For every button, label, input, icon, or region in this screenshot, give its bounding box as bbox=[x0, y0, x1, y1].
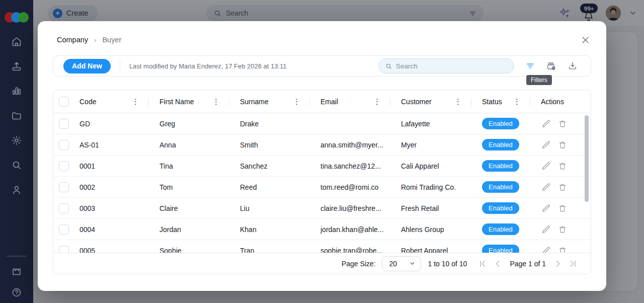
table-search[interactable] bbox=[378, 58, 514, 73]
column-label: Email bbox=[320, 98, 338, 106]
cell-surname: Drake bbox=[229, 120, 310, 128]
cell-customer: Romi Trading Co. bbox=[390, 183, 471, 191]
bar-chart-icon[interactable] bbox=[10, 85, 23, 98]
table-row: AS-01 Anna Smith anna.smith@myer... Myer… bbox=[53, 134, 591, 156]
column-header-code: Code ⋮ bbox=[74, 90, 149, 113]
column-label: Actions bbox=[541, 98, 564, 106]
delete-icon[interactable] bbox=[557, 140, 568, 150]
edit-icon[interactable] bbox=[541, 203, 551, 213]
column-label: Surname bbox=[240, 98, 269, 106]
page-size-value: 20 bbox=[389, 260, 397, 268]
user-icon[interactable] bbox=[10, 183, 23, 196]
first-page-button[interactable] bbox=[477, 259, 488, 269]
download-icon[interactable] bbox=[567, 60, 579, 72]
add-new-button[interactable]: Add New bbox=[63, 59, 111, 73]
cell-first-name: Claire bbox=[149, 204, 229, 212]
cell-status: Enabled bbox=[471, 245, 530, 253]
table-search-input[interactable] bbox=[396, 62, 508, 70]
breadcrumb-company[interactable]: Company bbox=[57, 36, 88, 44]
edit-icon[interactable] bbox=[541, 161, 551, 171]
row-checkbox[interactable] bbox=[59, 119, 69, 129]
cell-email: anna.smith@myer... bbox=[310, 141, 390, 149]
row-checkbox[interactable] bbox=[59, 203, 69, 213]
cell-email: tina.sanchez@12... bbox=[310, 162, 390, 170]
status-badge: Enabled bbox=[482, 160, 519, 172]
edit-icon[interactable] bbox=[541, 246, 551, 253]
factory-icon[interactable] bbox=[10, 265, 23, 278]
folder-icon[interactable] bbox=[10, 109, 23, 122]
buyer-table: Code ⋮ First Name ⋮ Surname ⋮ Email ⋮ Cu… bbox=[53, 90, 591, 274]
edit-icon[interactable] bbox=[541, 140, 551, 150]
column-menu-icon[interactable]: ⋮ bbox=[453, 97, 463, 106]
delete-icon[interactable] bbox=[557, 119, 568, 129]
archive-icon[interactable] bbox=[545, 60, 557, 72]
select-all-cell bbox=[53, 90, 74, 113]
filter-icon[interactable]: Filters bbox=[524, 60, 536, 72]
cell-customer: Lafayette bbox=[390, 120, 471, 128]
column-menu-icon[interactable]: ⋮ bbox=[291, 97, 302, 106]
close-icon[interactable] bbox=[579, 34, 591, 46]
cell-first-name: Anna bbox=[149, 141, 229, 149]
previous-page-button[interactable] bbox=[493, 259, 503, 269]
column-menu-icon[interactable]: ⋮ bbox=[130, 97, 141, 106]
select-all-checkbox[interactable] bbox=[59, 97, 69, 107]
cell-actions bbox=[530, 161, 591, 171]
row-checkbox[interactable] bbox=[59, 224, 69, 235]
delete-icon[interactable] bbox=[557, 203, 568, 213]
cell-customer: Cali Apparel bbox=[390, 162, 471, 170]
edit-icon[interactable] bbox=[541, 224, 551, 235]
cell-status: Enabled bbox=[471, 160, 530, 172]
settings-icon[interactable] bbox=[10, 134, 23, 147]
status-badge: Enabled bbox=[482, 118, 519, 130]
cell-code: 0005 bbox=[74, 247, 149, 253]
delete-icon[interactable] bbox=[557, 246, 568, 253]
table-header-row: Code ⋮ First Name ⋮ Surname ⋮ Email ⋮ Cu… bbox=[53, 90, 591, 113]
cell-customer: Fresh Retail bbox=[390, 204, 471, 212]
chevron-down-icon bbox=[409, 260, 416, 267]
cell-code: GD bbox=[74, 120, 149, 128]
last-page-button[interactable] bbox=[568, 259, 578, 269]
filters-tooltip: Filters bbox=[526, 75, 552, 85]
cell-status: Enabled bbox=[471, 202, 530, 214]
row-range-text: 1 to 10 of 10 bbox=[428, 260, 467, 268]
last-modified-text: Last modified by Maria Enderez, 17 Feb 2… bbox=[129, 62, 287, 70]
row-checkbox-cell bbox=[53, 198, 74, 218]
page-size-select[interactable]: 20 bbox=[382, 256, 421, 271]
help-icon[interactable] bbox=[10, 286, 23, 299]
cell-surname: Sanchez bbox=[229, 162, 310, 170]
home-icon[interactable] bbox=[10, 35, 23, 48]
search-icon[interactable] bbox=[10, 159, 23, 172]
sidebar-divider bbox=[7, 256, 27, 257]
column-header-status: Status ⋮ bbox=[471, 90, 530, 113]
cell-actions bbox=[530, 119, 591, 129]
column-menu-icon[interactable]: ⋮ bbox=[372, 97, 382, 106]
next-page-button[interactable] bbox=[553, 259, 563, 269]
cell-surname: Khan bbox=[229, 225, 310, 234]
column-header-surname: Surname ⋮ bbox=[229, 90, 310, 113]
table-scrollbar[interactable] bbox=[585, 115, 589, 202]
upload-icon[interactable] bbox=[10, 60, 23, 73]
table-row: 0005 Sophie Tran sophie.tran@robe... Rob… bbox=[53, 240, 591, 253]
row-checkbox[interactable] bbox=[59, 161, 69, 171]
breadcrumb-chevron-icon: › bbox=[94, 36, 96, 44]
row-checkbox[interactable] bbox=[59, 140, 69, 150]
row-checkbox-cell bbox=[53, 219, 74, 240]
column-menu-icon[interactable]: ⋮ bbox=[512, 97, 522, 106]
table-row: 0004 Jordan Khan jordan.khan@ahle... Ahl… bbox=[53, 219, 591, 240]
column-header-customer: Customer ⋮ bbox=[390, 90, 471, 113]
delete-icon[interactable] bbox=[557, 182, 568, 192]
status-badge: Enabled bbox=[482, 139, 519, 151]
edit-icon[interactable] bbox=[541, 119, 551, 129]
row-checkbox[interactable] bbox=[59, 182, 69, 192]
column-menu-icon[interactable]: ⋮ bbox=[211, 97, 221, 106]
edit-icon[interactable] bbox=[541, 182, 551, 192]
breadcrumb-page: Buyer bbox=[102, 36, 121, 44]
cell-first-name: Tom bbox=[149, 183, 229, 191]
row-checkbox[interactable] bbox=[59, 246, 69, 253]
delete-icon[interactable] bbox=[557, 161, 568, 171]
cell-email: jordan.khan@ahle... bbox=[310, 225, 390, 234]
column-header-actions: Actions bbox=[530, 90, 591, 113]
app-logo[interactable] bbox=[5, 11, 29, 24]
delete-icon[interactable] bbox=[557, 224, 568, 235]
table-row: 0003 Claire Liu claire.liu@freshre... Fr… bbox=[53, 198, 591, 219]
